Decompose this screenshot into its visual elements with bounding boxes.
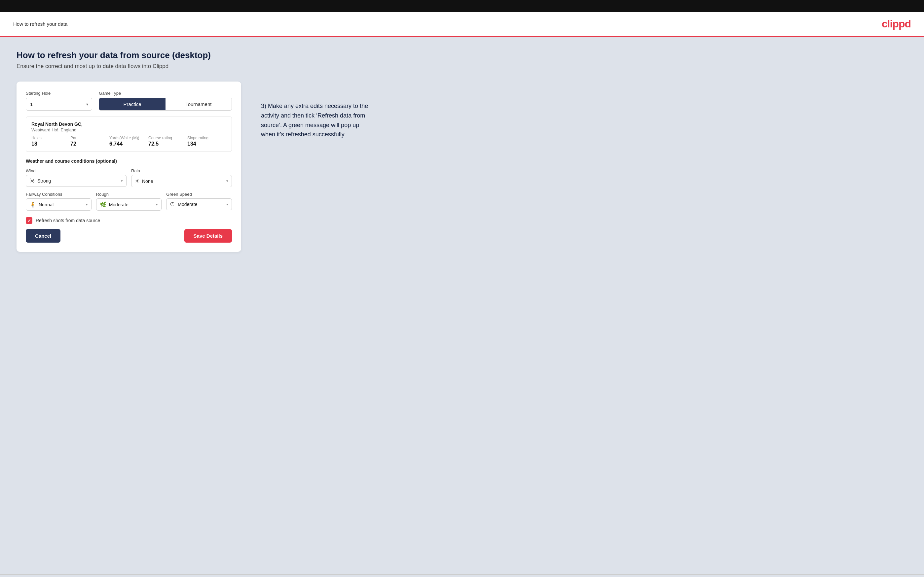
stat-slope-rating: Slope rating 134 — [187, 136, 226, 147]
starting-hole-group: Starting Hole 1 ▾ — [26, 91, 92, 111]
wind-label: Wind — [26, 168, 126, 173]
rain-icon: ☀ — [135, 178, 139, 184]
rain-chevron: ▾ — [226, 179, 228, 183]
rain-label: Rain — [131, 168, 232, 173]
top-form-row: Starting Hole 1 ▾ Game Type Practice Tou… — [26, 91, 232, 111]
footer: Copyright Clippd 2022 — [0, 574, 924, 577]
starting-hole-label: Starting Hole — [26, 91, 92, 96]
game-type-toggle: Practice Tournament — [99, 98, 232, 111]
side-note-text: 3) Make any extra edits necessary to the… — [261, 102, 373, 139]
slope-rating-label: Slope rating — [187, 136, 226, 140]
fairway-group: Fairway Conditions 🧍 Normal ▾ — [26, 192, 92, 211]
main-content: How to refresh your data from source (de… — [0, 37, 924, 574]
wind-rain-row: Wind 🌬 Strong ▾ Rain ☀ None ▾ — [26, 168, 232, 187]
logo: clippd — [882, 18, 911, 30]
stat-course-rating: Course rating 72.5 — [148, 136, 187, 147]
fairway-chevron: ▾ — [86, 202, 88, 206]
save-button[interactable]: Save Details — [184, 229, 232, 243]
header: How to refresh your data clippd — [0, 12, 924, 37]
check-mark: ✓ — [27, 218, 31, 223]
rough-chevron: ▾ — [156, 202, 158, 206]
fairway-icon: 🧍 — [29, 201, 36, 208]
wind-chevron: ▾ — [121, 179, 123, 183]
green-speed-label: Green Speed — [166, 192, 232, 197]
holes-value: 18 — [31, 141, 70, 147]
refresh-label: Refresh shots from data source — [36, 218, 100, 223]
par-label: Par — [70, 136, 109, 140]
tournament-button[interactable]: Tournament — [165, 98, 232, 110]
game-type-group: Game Type Practice Tournament — [99, 91, 232, 111]
rough-label: Rough — [96, 192, 162, 197]
course-name: Royal North Devon GC, — [31, 121, 226, 127]
rough-select[interactable]: 🌿 Moderate ▾ — [96, 198, 162, 211]
wind-icon: 🌬 — [29, 178, 35, 184]
par-value: 72 — [70, 141, 109, 147]
starting-hole-select-wrapper[interactable]: 1 ▾ — [26, 98, 92, 111]
stat-par: Par 72 — [70, 136, 109, 147]
yards-label: Yards(White (M)) — [109, 136, 148, 140]
rain-value: None — [142, 179, 226, 184]
green-speed-select[interactable]: ⏱ Moderate ▾ — [166, 198, 232, 210]
page-title: How to refresh your data from source (de… — [16, 50, 908, 60]
rain-group: Rain ☀ None ▾ — [131, 168, 232, 187]
course-info-box: Royal North Devon GC, Westward Ho!, Engl… — [26, 116, 232, 152]
course-rating-label: Course rating — [148, 136, 187, 140]
wind-select[interactable]: 🌬 Strong ▾ — [26, 175, 126, 187]
rough-group: Rough 🌿 Moderate ▾ — [96, 192, 162, 211]
course-stats: Holes 18 Par 72 Yards(White (M)) 6,744 C… — [31, 136, 226, 147]
green-speed-group: Green Speed ⏱ Moderate ▾ — [166, 192, 232, 211]
form-card: Starting Hole 1 ▾ Game Type Practice Tou… — [16, 82, 241, 252]
holes-label: Holes — [31, 136, 70, 140]
course-rating-value: 72.5 — [148, 141, 187, 147]
slope-rating-value: 134 — [187, 141, 226, 147]
fairway-row: Fairway Conditions 🧍 Normal ▾ Rough 🌿 Mo… — [26, 192, 232, 211]
yards-value: 6,744 — [109, 141, 148, 147]
game-type-label: Game Type — [99, 91, 232, 96]
refresh-checkbox-row[interactable]: ✓ Refresh shots from data source — [26, 217, 232, 224]
green-speed-icon: ⏱ — [170, 201, 175, 207]
rough-icon: 🌿 — [100, 201, 107, 208]
wind-group: Wind 🌬 Strong ▾ — [26, 168, 126, 187]
green-speed-value: Moderate — [178, 202, 226, 207]
starting-hole-select[interactable]: 1 — [26, 98, 92, 111]
fairway-value: Normal — [39, 202, 86, 207]
fairway-select[interactable]: 🧍 Normal ▾ — [26, 198, 92, 211]
stat-holes: Holes 18 — [31, 136, 70, 147]
refresh-checkbox[interactable]: ✓ — [26, 217, 32, 224]
wind-value: Strong — [37, 178, 121, 184]
page-subtitle: Ensure the correct and most up to date d… — [16, 63, 908, 70]
course-location: Westward Ho!, England — [31, 127, 226, 132]
stat-yards: Yards(White (M)) 6,744 — [109, 136, 148, 147]
practice-button[interactable]: Practice — [99, 98, 165, 110]
content-row: Starting Hole 1 ▾ Game Type Practice Tou… — [16, 82, 908, 252]
conditions-title: Weather and course conditions (optional) — [26, 158, 232, 164]
side-note: 3) Make any extra edits necessary to the… — [261, 82, 373, 139]
rough-value: Moderate — [109, 202, 156, 207]
rain-select[interactable]: ☀ None ▾ — [131, 175, 232, 187]
header-title: How to refresh your data — [13, 21, 68, 27]
green-speed-chevron: ▾ — [226, 202, 228, 206]
fairway-label: Fairway Conditions — [26, 192, 92, 197]
cancel-button[interactable]: Cancel — [26, 229, 60, 243]
button-row: Cancel Save Details — [26, 229, 232, 243]
